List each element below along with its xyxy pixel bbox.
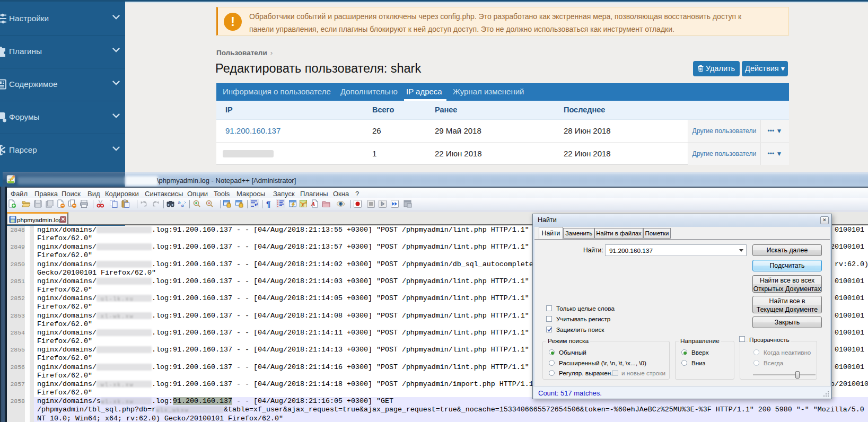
svg-text:b: b xyxy=(178,200,181,205)
svg-text:¶: ¶ xyxy=(266,199,270,208)
svg-text:A: A xyxy=(311,200,315,207)
svg-text:a: a xyxy=(181,203,184,208)
